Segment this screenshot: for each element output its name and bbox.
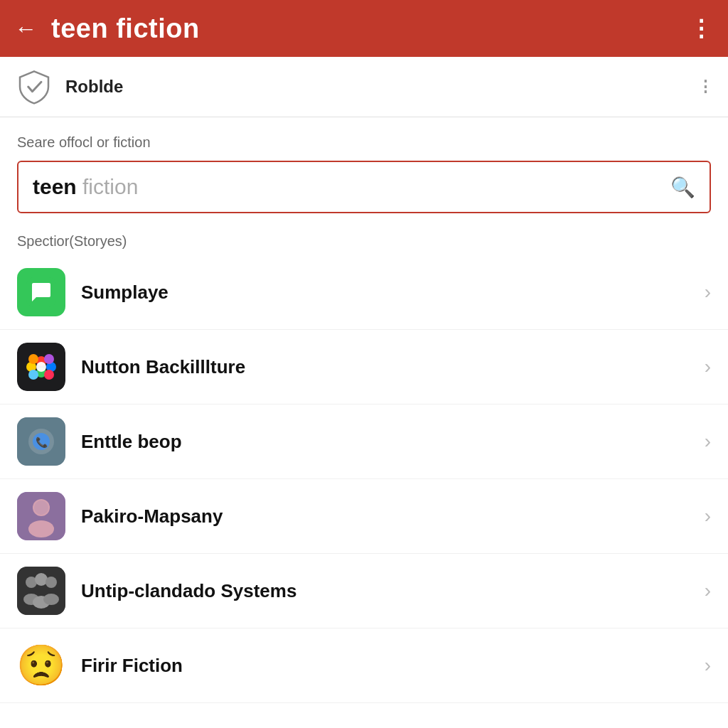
app-icon-photos	[17, 343, 65, 391]
more-options-button[interactable]: ⋮	[690, 23, 714, 34]
search-query-bold: teen	[33, 175, 77, 198]
svg-point-6	[28, 354, 38, 364]
search-icon[interactable]: 🔍	[670, 176, 695, 199]
chevron-right-icon: ›	[705, 355, 711, 378]
app-icon-phone: 📞	[17, 417, 65, 466]
list-item-left: 😟 Firir Fiction	[17, 641, 183, 690]
list-item-name: Firir Fiction	[81, 655, 183, 677]
svg-point-22	[46, 577, 57, 588]
list-item[interactable]: 😟 Firir Fiction ›	[0, 628, 728, 703]
top-item-row[interactable]: Roblde ⋮	[0, 57, 728, 117]
search-section: Seare offocl or fiction teen fiction 🔍	[0, 117, 728, 222]
list-item-name: Sumplaye	[81, 282, 168, 304]
svg-point-9	[44, 370, 54, 380]
list-item-left: Untip-clandado Systems	[17, 567, 296, 615]
search-label: Seare offocl or fiction	[17, 134, 711, 151]
svg-point-7	[44, 354, 54, 364]
app-icon-group-photo	[17, 567, 65, 615]
list-item-name: Pakiro-Mapsany	[81, 505, 223, 528]
app-icon-message	[17, 268, 65, 316]
search-input[interactable]: teen fiction	[33, 175, 670, 199]
list-item[interactable]: Untip-clandado Systems ›	[0, 554, 728, 628]
list-item[interactable]: Sumplaye ›	[0, 255, 728, 330]
list-item[interactable]: Pakiro-Mapsany ›	[0, 479, 728, 554]
shield-icon	[14, 67, 54, 107]
app-icon-emoji: 😟	[17, 641, 65, 690]
list-item[interactable]: 📞 Enttle beop ›	[0, 405, 728, 479]
chevron-right-icon: ›	[705, 505, 711, 528]
list-item-left: 📞 Enttle beop	[17, 417, 182, 466]
list-item-name: Untip-clandado Systems	[81, 580, 296, 602]
list-item-name: Nutton Backilllture	[81, 356, 245, 378]
list-item-left: Sumplaye	[17, 268, 168, 316]
list-container: Sumplaye › Nutton	[0, 255, 728, 703]
list-item-left: Nutton Backilllture	[17, 343, 245, 391]
svg-point-8	[28, 370, 38, 380]
top-item-left: Roblde	[14, 67, 123, 107]
svg-point-18	[34, 500, 48, 515]
top-item-label: Roblde	[65, 77, 123, 97]
chevron-right-icon: ›	[705, 579, 711, 602]
header-left: ← teen fiction	[14, 14, 200, 44]
list-item-name: Enttle beop	[81, 431, 182, 453]
top-item-more-button[interactable]: ⋮	[697, 77, 714, 96]
app-icon-person	[17, 492, 65, 540]
svg-point-10	[36, 362, 46, 372]
back-button[interactable]: ←	[14, 16, 37, 42]
list-item-left: Pakiro-Mapsany	[17, 492, 223, 540]
list-item[interactable]: Nutton Backilllture ›	[0, 330, 728, 405]
section-label: Spectior(Storyes)	[0, 222, 728, 255]
app-header: ← teen fiction ⋮	[0, 0, 728, 57]
svg-point-21	[35, 573, 48, 586]
chevron-right-icon: ›	[705, 430, 711, 453]
svg-point-17	[28, 520, 54, 537]
chevron-right-icon: ›	[705, 654, 711, 677]
svg-text:📞: 📞	[36, 437, 48, 449]
page-title: teen fiction	[51, 14, 200, 44]
search-box[interactable]: teen fiction 🔍	[17, 161, 711, 213]
svg-point-25	[43, 594, 59, 605]
chevron-right-icon: ›	[705, 281, 711, 304]
search-query-light: fiction	[77, 175, 139, 198]
